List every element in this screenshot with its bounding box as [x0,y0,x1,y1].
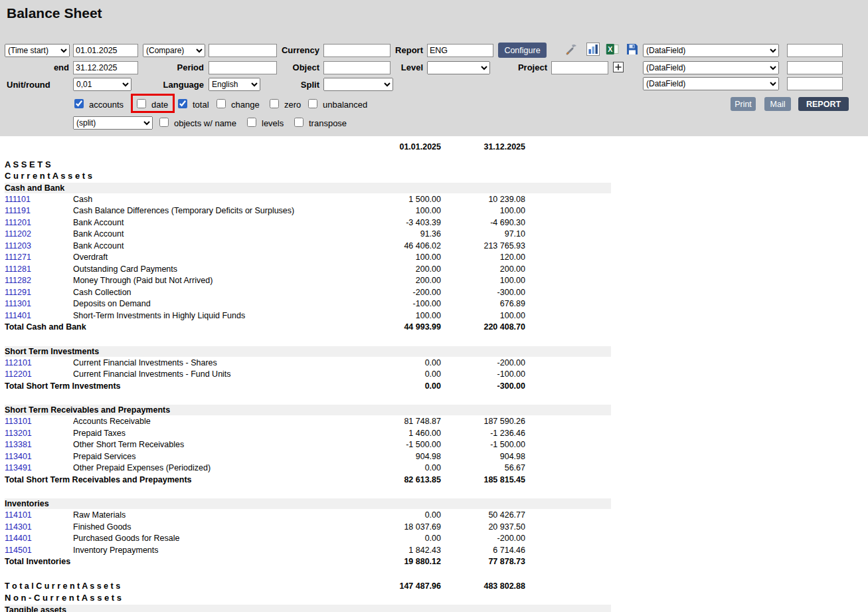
account-name: Current Financial Investments - Shares [73,357,308,369]
project-input[interactable] [551,61,608,74]
account-number-link[interactable]: 114101 [5,510,73,522]
account-row: 112201Current Financial Investments - Fu… [5,369,611,381]
spacer-cell [525,474,611,486]
unit-round-select[interactable]: 0,01 [73,78,131,91]
grand-total-value-1: 147 487.96 [308,581,441,593]
report-section: Short Term Investments112101Current Fina… [5,346,868,393]
levels-checkbox[interactable] [247,118,256,127]
end-input[interactable] [73,61,138,74]
spacer-cell [525,581,611,593]
value-col-1: 100.00 [308,310,441,322]
spacer-cell [525,264,611,276]
wrench-icon[interactable] [565,43,578,56]
datafield-select-3[interactable]: (DataField) [643,77,779,90]
report-body: A S S E T SC u r r e n t A s s e t sCash… [5,159,868,612]
account-number-link[interactable]: 111282 [5,275,73,287]
save-icon[interactable] [626,43,639,56]
account-name: Deposits on Demand [73,298,308,310]
datafield-input-3[interactable] [787,77,843,90]
report-button[interactable]: REPORT [798,97,849,111]
report-input[interactable] [427,44,493,57]
value-col-1: 100.00 [308,252,441,264]
date-checkbox[interactable] [137,99,146,108]
page-title: Balance Sheet [7,5,102,21]
language-select[interactable]: English [209,78,260,91]
account-number-link[interactable]: 113101 [5,416,73,428]
account-number-link[interactable]: 113401 [5,451,73,463]
account-name: Overdraft [73,252,308,264]
spacer-cell [525,451,611,463]
account-name: Money Through (Paid but Not Arrived) [73,275,308,287]
datafield-select-2[interactable]: (DataField) [643,61,779,74]
level-label: Level [370,62,423,72]
account-row: 112101Current Financial Investments - Sh… [5,357,611,369]
value-col-1: 904.98 [308,451,441,463]
value-col-2: 904.98 [441,451,525,463]
account-number-link[interactable]: 111291 [5,287,73,299]
unbalanced-checkbox[interactable] [308,99,317,108]
value-col-2: 187 590.26 [441,416,525,428]
account-row: 111401Short-Term Investments in Highly L… [5,310,611,322]
mail-button[interactable]: Mail [764,97,791,111]
account-number-link[interactable]: 112201 [5,369,73,381]
account-number-link[interactable]: 112101 [5,357,73,369]
section-title: Short Term Receivables and Prepayments [5,405,611,415]
account-number-link[interactable]: 113491 [5,462,73,474]
excel-icon[interactable]: X [606,43,619,56]
configure-button[interactable]: Configure [498,43,547,58]
account-number-link[interactable]: 114301 [5,522,73,534]
time-start-select[interactable]: (Time start) [5,44,70,57]
level-select[interactable] [427,61,490,74]
spacer-cell [525,275,611,287]
spacer-cell [525,462,611,474]
account-row: 111301Deposits on Demand-100.00676.89 [5,298,611,310]
change-checkbox[interactable] [217,99,226,108]
account-number-link[interactable]: 111281 [5,264,73,276]
value-col-1: 46 406.02 [308,241,441,253]
account-number-link[interactable]: 114501 [5,545,73,557]
account-number-link[interactable]: 114401 [5,533,73,545]
print-button[interactable]: Print [731,97,756,111]
account-number-link[interactable]: 113381 [5,439,73,451]
account-number-link[interactable]: 111202 [5,229,73,241]
value-col-2: 97.10 [441,229,525,241]
account-number-link[interactable]: 111191 [5,205,73,217]
account-number-link[interactable]: 111201 [5,217,73,229]
value-col-1: -3 403.39 [308,217,441,229]
period-label: Period [151,62,204,72]
spacer-cell [525,522,611,534]
transpose-checkbox[interactable] [294,118,304,127]
split-select[interactable] [323,78,393,91]
spacer-cell [525,510,611,522]
account-number-link[interactable]: 111271 [5,252,73,264]
account-row: 111202Bank Account91.3697.10 [5,229,611,241]
spacer-cell [525,287,611,299]
datafield-input-1[interactable] [787,44,843,57]
compare-select[interactable]: (Compare) [143,44,205,57]
accounts-checkbox[interactable] [74,99,84,108]
total-checkbox[interactable] [178,99,187,108]
value-col-2: -200.00 [441,533,525,545]
spacer-cell [525,217,611,229]
account-row: 114301Finished Goods18 037.6920 937.50 [5,522,611,534]
account-row: 114101Raw Materials0.0050 426.77 [5,510,611,522]
account-row: 114501Inventory Prepayments1 842.436 714… [5,545,611,557]
datafield-input-2[interactable] [787,61,843,74]
account-number-link[interactable]: 111301 [5,298,73,310]
account-number-link[interactable]: 111401 [5,310,73,322]
account-number-link[interactable]: 113201 [5,428,73,440]
zero-checkbox[interactable] [270,99,279,108]
datafield-select-1[interactable]: (DataField) [643,44,779,57]
value-col-2: 120.00 [441,252,525,264]
account-row: 111271Overdraft100.00120.00 [5,252,611,264]
objects-w-name-checkbox[interactable] [159,118,169,127]
plus-icon[interactable] [613,62,624,72]
account-number-link[interactable]: 111203 [5,241,73,253]
split2-select[interactable]: (split) [73,116,153,130]
account-number-link[interactable]: 111101 [5,194,73,206]
bar-chart-icon[interactable] [586,43,600,56]
time-start-input[interactable] [73,44,138,57]
header-spacer [5,142,73,153]
spacer-cell [525,556,611,568]
section-total-value-1: 19 880.12 [308,556,441,568]
